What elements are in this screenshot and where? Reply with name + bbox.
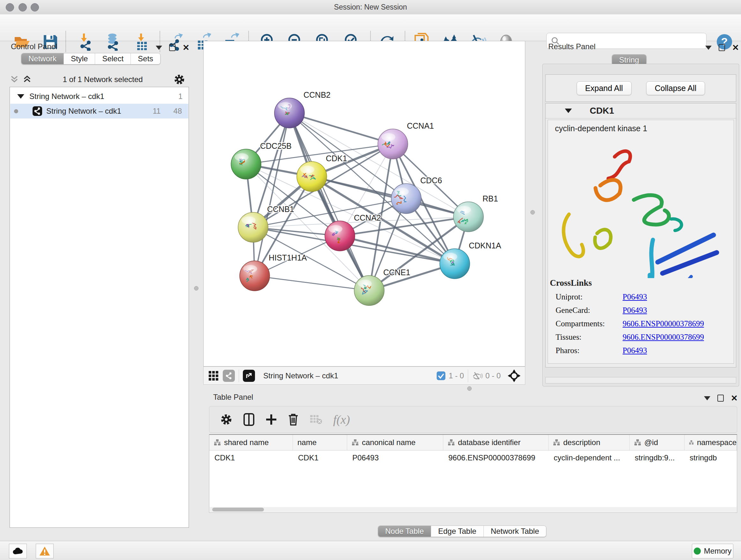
shared-column-icon xyxy=(448,439,455,446)
gene-section-header[interactable]: CDK1 xyxy=(546,104,736,118)
import-network-file-icon[interactable] xyxy=(77,32,96,51)
float-panel-icon[interactable] xyxy=(169,44,176,51)
control-panel-window-controls: ✕ xyxy=(156,44,190,51)
main-toolbar: ? xyxy=(0,14,741,41)
gene-name: CDK1 xyxy=(590,106,614,116)
crosslink-row: Uniprot:P06493 xyxy=(556,293,734,301)
crosslink-row: Pharos:P06493 xyxy=(556,346,734,355)
tab-style[interactable]: Style xyxy=(64,53,95,64)
tab-node-table[interactable]: Node Table xyxy=(378,526,431,537)
column-header-database-identifier[interactable]: database identifier xyxy=(443,435,549,450)
network-options-gear-icon[interactable] xyxy=(174,74,185,85)
table-hscrollbar[interactable] xyxy=(210,507,737,512)
crosslink-label: Tissues: xyxy=(556,333,623,341)
expand-all-button[interactable]: Expand All xyxy=(577,81,631,95)
close-panel-icon[interactable]: ✕ xyxy=(731,395,738,401)
node-label-CDKN1A: CDKN1A xyxy=(469,241,501,250)
expand-all-icon[interactable] xyxy=(22,75,32,84)
results-hscrollbar[interactable] xyxy=(545,377,736,383)
collapse-panel-icon[interactable] xyxy=(704,396,711,400)
shared-column-icon xyxy=(689,439,694,446)
import-network-database-icon[interactable] xyxy=(104,32,123,51)
scrollbar-thumb[interactable] xyxy=(212,508,264,511)
tab-network-table[interactable]: Network Table xyxy=(484,526,546,537)
crosslink-label: Uniprot: xyxy=(556,293,623,301)
memory-button[interactable]: Memory xyxy=(692,544,733,558)
tab-network[interactable]: Network xyxy=(21,53,64,64)
collapse-panel-icon[interactable] xyxy=(705,46,712,50)
delete-table-icon xyxy=(310,415,322,425)
splitter-handle[interactable] xyxy=(467,386,472,391)
column-header-namespace[interactable]: namespace xyxy=(684,435,737,450)
close-panel-icon[interactable]: ✕ xyxy=(732,44,739,51)
crosslink-row: Compartments:9606.ENSP00000378699 xyxy=(556,319,734,328)
node-CDKN1A[interactable]: CDKN1A xyxy=(440,241,501,279)
node-CCNA1[interactable]: CCNA1 xyxy=(378,121,434,159)
divider xyxy=(239,369,239,382)
table-options-gear-icon[interactable] xyxy=(220,414,232,426)
delete-column-trash-icon[interactable] xyxy=(288,413,299,426)
network-canvas[interactable]: CCNB2CCNA1CDC25BCDK1CDC6RB1CCNB1CCNA2CDK… xyxy=(203,41,525,367)
window-title: Session: New Session xyxy=(0,3,741,11)
cell[interactable]: stringdb:9... xyxy=(630,450,684,465)
tab-edge-table[interactable]: Edge Table xyxy=(431,526,484,537)
network-status-dot xyxy=(14,109,18,113)
collapse-panel-icon[interactable] xyxy=(156,46,162,50)
float-panel-icon[interactable] xyxy=(719,44,725,51)
collection-label: String Network – cdk1 xyxy=(29,92,105,101)
cell[interactable]: P06493 xyxy=(347,450,443,465)
column-header-name[interactable]: name xyxy=(293,435,347,450)
crosslink-link[interactable]: 9606.ENSP00000378699 xyxy=(623,319,704,328)
column-header-description[interactable]: description xyxy=(549,435,630,450)
grid-view-icon[interactable] xyxy=(208,370,219,381)
import-table-file-icon[interactable] xyxy=(133,32,152,51)
network-row-selected[interactable]: String Network – cdk1 11 48 xyxy=(10,104,188,118)
node-CCNB1[interactable]: CCNB1 xyxy=(238,205,294,242)
collapse-all-button[interactable]: Collapse All xyxy=(646,81,705,95)
crosslink-label: Pharos: xyxy=(556,346,623,355)
network-collection-row[interactable]: String Network – cdk1 1 xyxy=(10,89,188,104)
show-columns-icon[interactable] xyxy=(243,413,255,426)
crosslink-link[interactable]: P06493 xyxy=(623,346,647,355)
cell[interactable]: 9606.ENSP00000378699 xyxy=(443,450,549,465)
open-in-new-window-icon[interactable] xyxy=(243,370,255,382)
control-panel-tabs: Network Style Select Sets xyxy=(21,53,160,64)
warnings-button[interactable] xyxy=(36,544,54,558)
crosslink-link[interactable]: P06493 xyxy=(623,293,647,301)
splitter-handle[interactable] xyxy=(194,286,199,291)
section-expander-icon[interactable] xyxy=(565,109,572,113)
gene-description: cyclin-dependent kinase 1 xyxy=(555,124,734,133)
tree-expander-icon[interactable] xyxy=(17,94,24,99)
collapse-all-icon[interactable] xyxy=(10,75,19,84)
tab-select[interactable]: Select xyxy=(95,53,131,64)
close-panel-icon[interactable]: ✕ xyxy=(183,44,190,51)
cell[interactable]: CDK1 xyxy=(293,450,347,465)
node-CDC25B[interactable]: CDC25B xyxy=(231,141,292,179)
birds-eye-view-icon[interactable] xyxy=(507,369,521,383)
column-header-shared-name[interactable]: shared name xyxy=(209,435,293,450)
node-RB1[interactable]: RB1 xyxy=(454,194,498,232)
cell[interactable]: stringdb xyxy=(684,450,737,465)
crosslink-link[interactable]: P06493 xyxy=(623,306,647,315)
selected-checkbox-icon[interactable] xyxy=(436,371,446,380)
hidden-eye-icon[interactable] xyxy=(472,371,483,380)
network-edges xyxy=(246,113,468,291)
crosslink-label: GeneCard: xyxy=(556,306,623,315)
node-CCNE1[interactable]: CCNE1 xyxy=(354,268,410,306)
edge-count: 48 xyxy=(173,107,182,116)
share-view-icon[interactable] xyxy=(223,370,235,382)
float-panel-icon[interactable] xyxy=(718,395,724,401)
cloud-status-button[interactable] xyxy=(9,544,27,558)
node-CDK1[interactable]: CDK1 xyxy=(297,154,347,192)
splitter-handle[interactable] xyxy=(530,210,535,214)
cell[interactable]: cyclin-dependent ... xyxy=(549,450,630,465)
column-header--id[interactable]: @id xyxy=(630,435,684,450)
crosslink-link[interactable]: 9606.ENSP00000378699 xyxy=(623,333,704,341)
tab-sets[interactable]: Sets xyxy=(131,53,160,64)
table-row[interactable]: CDK1CDK1P064939606.ENSP00000378699cyclin… xyxy=(209,450,737,465)
node-label-CCNB2: CCNB2 xyxy=(304,90,331,99)
add-column-icon[interactable] xyxy=(266,414,277,425)
node-HIST1H1A[interactable]: HIST1H1A xyxy=(240,253,307,291)
cell[interactable]: CDK1 xyxy=(209,450,293,465)
column-header-canonical-name[interactable]: canonical name xyxy=(347,435,443,450)
